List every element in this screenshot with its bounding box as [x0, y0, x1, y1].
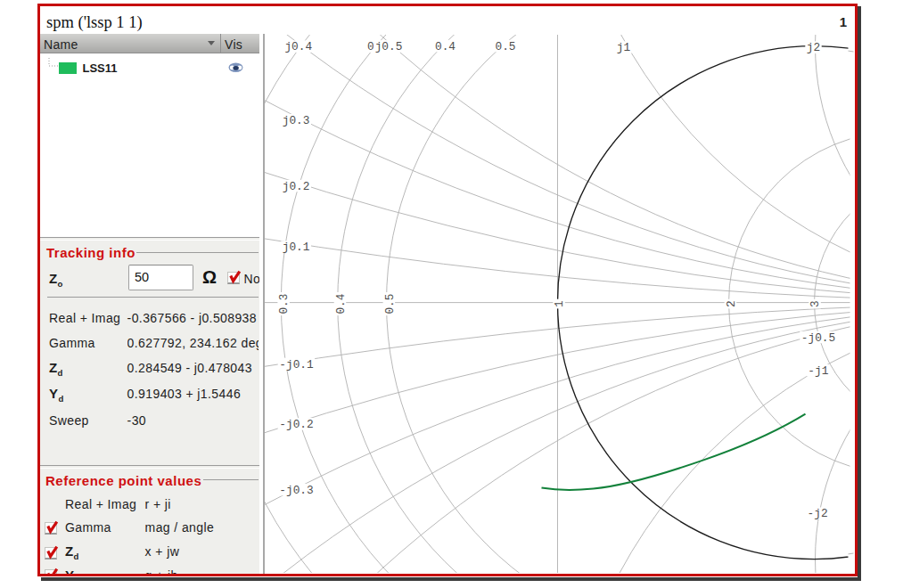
svg-text:0.5: 0.5: [382, 294, 396, 314]
svg-text:-j0.5: -j0.5: [800, 331, 834, 345]
svg-text:j2: j2: [806, 42, 819, 55]
svg-text:j0.4: j0.4: [284, 41, 312, 54]
svg-text:j1: j1: [616, 42, 630, 55]
svg-text:j0.2: j0.2: [282, 180, 309, 193]
svg-text:2: 2: [724, 301, 737, 308]
svg-text:0.3: 0.3: [277, 294, 291, 314]
svg-text:-j0.3: -j0.3: [279, 484, 313, 497]
svg-text:1: 1: [553, 300, 566, 307]
svg-text:j0.1: j0.1: [282, 241, 309, 255]
svg-text:j0.3: j0.3: [282, 114, 309, 127]
svg-text:-j1: -j1: [808, 364, 828, 378]
svg-text:3: 3: [809, 301, 822, 308]
svg-text:-j0.2: -j0.2: [279, 418, 313, 431]
svg-text:j0.5: j0.5: [374, 41, 402, 54]
svg-text:0.4: 0.4: [434, 40, 455, 53]
svg-text:-j0.1: -j0.1: [279, 358, 314, 372]
svg-text:0.4: 0.4: [333, 294, 347, 314]
svg-text:-j2: -j2: [807, 508, 827, 521]
svg-text:0.5: 0.5: [495, 40, 515, 53]
